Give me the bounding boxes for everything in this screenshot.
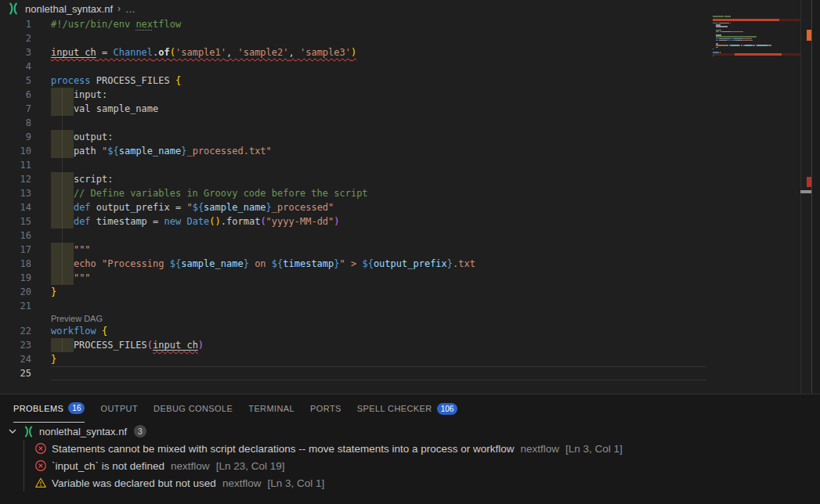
panel-tab-ports[interactable]: PORTS bbox=[310, 394, 341, 423]
code-line-9[interactable]: 9 output: bbox=[0, 130, 706, 144]
problem-message: `input_ch` is not defined bbox=[52, 460, 164, 472]
editor-right-gap bbox=[812, 0, 820, 394]
code-line-13[interactable]: 13 // Define variables in Groovy code be… bbox=[0, 186, 706, 200]
code-line-16[interactable]: 16 bbox=[0, 229, 706, 243]
code-line-11[interactable]: 11 bbox=[0, 158, 706, 172]
code-line-17[interactable]: 17 """ bbox=[0, 243, 706, 257]
code-line-2[interactable]: 2 bbox=[0, 31, 706, 45]
panel-tab-spell-checker[interactable]: SPELL CHECKER106 bbox=[357, 394, 458, 423]
problem-message: Variable was declared but not used bbox=[52, 477, 216, 489]
codelens-preview-dag[interactable]: Preview DAG bbox=[51, 314, 103, 323]
problem-row-1[interactable]: Statements cannot be mixed with script d… bbox=[0, 440, 820, 457]
code-line-15[interactable]: 15 def timestamp = new Date().format("yy… bbox=[0, 214, 706, 229]
problem-location: [Ln 3, Col 1] bbox=[565, 443, 623, 455]
error-icon bbox=[34, 442, 47, 455]
code-line-6[interactable]: 6 input: bbox=[0, 88, 706, 102]
code-area[interactable]: 1#!/usr/bin/env nextflow23input_ch = Cha… bbox=[0, 17, 706, 380]
problem-message: Statements cannot be mixed with script d… bbox=[52, 443, 515, 455]
editor-pane[interactable]: nonlethal_syntax.nf › … 1#!/usr/bin/env … bbox=[0, 0, 820, 394]
nextflow-icon bbox=[7, 2, 20, 15]
problem-row-2[interactable]: `input_ch` is not definednextflow[Ln 23,… bbox=[0, 457, 820, 474]
code-line-1[interactable]: 1#!/usr/bin/env nextflow bbox=[0, 17, 706, 31]
code-line-7[interactable]: 7 val sample_name bbox=[0, 102, 706, 116]
tab-badge: 106 bbox=[437, 403, 458, 415]
ruler-marker-cursor bbox=[800, 190, 811, 193]
code-line-20[interactable]: 20} bbox=[0, 285, 706, 299]
code-line-23[interactable]: 23 PROCESS_FILES(input_ch) bbox=[0, 338, 706, 352]
code-line-3[interactable]: 3input_ch = Channel.of('sample1', 'sampl… bbox=[0, 45, 706, 59]
code-line-25[interactable]: 25 bbox=[0, 366, 706, 380]
panel-tab-debug-console[interactable]: DEBUG CONSOLE bbox=[154, 394, 233, 423]
problem-row-3[interactable]: Variable was declared but not usednextfl… bbox=[0, 474, 820, 491]
breadcrumb-separator: › bbox=[117, 3, 121, 14]
code-line-21[interactable]: 21 bbox=[0, 299, 706, 313]
code-line-8[interactable]: 8 bbox=[0, 116, 706, 130]
overview-ruler[interactable] bbox=[800, 0, 811, 394]
panel-tab-output[interactable]: OUTPUT bbox=[100, 394, 138, 423]
breadcrumb-ellipsis[interactable]: … bbox=[125, 3, 135, 15]
problems-file-name: nonlethal_syntax.nf bbox=[39, 426, 127, 437]
problems-count-badge: 3 bbox=[134, 425, 146, 437]
minimap[interactable] bbox=[713, 16, 800, 391]
problem-location: [Ln 3, Col 1] bbox=[267, 477, 324, 489]
bottom-panel: PROBLEMS16OUTPUTDEBUG CONSOLETERMINALPOR… bbox=[0, 394, 820, 504]
problems-file-row[interactable]: nonlethal_syntax.nf3 bbox=[0, 423, 820, 440]
breadcrumb-file[interactable]: nonlethal_syntax.nf bbox=[25, 3, 113, 15]
chevron-down-icon[interactable] bbox=[6, 425, 19, 437]
code-line-22[interactable]: 22workflow { bbox=[0, 324, 706, 338]
problems-tree: nonlethal_syntax.nf3Statements cannot be… bbox=[0, 423, 820, 491]
problem-source: nextflow bbox=[171, 460, 210, 472]
warning-icon bbox=[34, 477, 47, 489]
code-line-10[interactable]: 10 path "${sample_name}_processed.txt" bbox=[0, 144, 706, 158]
problem-source: nextflow bbox=[222, 477, 262, 489]
code-line-19[interactable]: 19 """ bbox=[0, 271, 706, 285]
nextflow-icon bbox=[23, 426, 34, 437]
problem-location: [Ln 23, Col 19] bbox=[216, 460, 285, 472]
panel-tabs: PROBLEMS16OUTPUTDEBUG CONSOLETERMINALPOR… bbox=[0, 394, 820, 423]
code-line-5[interactable]: 5process PROCESS_FILES { bbox=[0, 74, 706, 88]
panel-tab-terminal[interactable]: TERMINAL bbox=[248, 394, 294, 423]
error-icon bbox=[34, 459, 47, 472]
code-line-14[interactable]: 14 def output_prefix = "${sample_name}_p… bbox=[0, 200, 706, 214]
tab-badge: 16 bbox=[68, 402, 85, 414]
code-line-12[interactable]: 12 script: bbox=[0, 172, 706, 186]
code-line-18[interactable]: 18 echo "Processing ${sample_name} on ${… bbox=[0, 257, 706, 271]
code-line-4[interactable]: 4 bbox=[0, 59, 706, 74]
panel-tab-problems[interactable]: PROBLEMS16 bbox=[13, 394, 85, 423]
breadcrumb: nonlethal_syntax.nf › … bbox=[0, 0, 135, 17]
code-line-24[interactable]: 24} bbox=[0, 352, 706, 366]
problem-source: nextflow bbox=[521, 443, 560, 455]
